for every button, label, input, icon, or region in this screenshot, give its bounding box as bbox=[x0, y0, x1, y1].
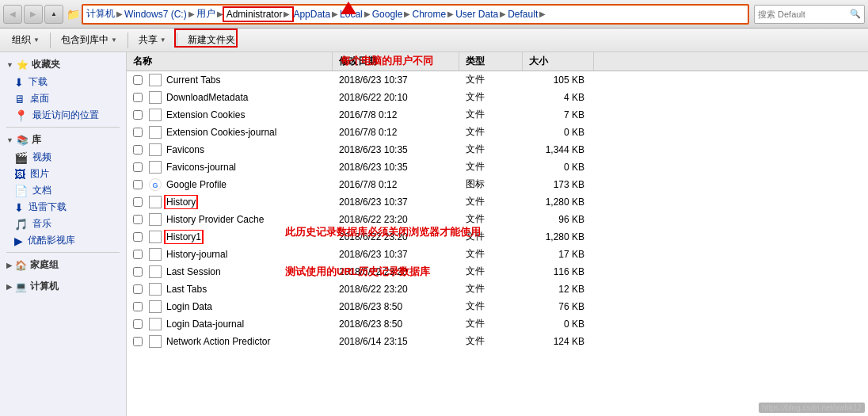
sidebar-section-homegroup: ▶ 🏠 家庭组 bbox=[0, 256, 126, 274]
video-icon: 🎬 bbox=[14, 151, 28, 164]
sidebar-section-favorites: ▼ ⭐ 收藏夹 ⬇ 下载 🖥 桌面 📍 最近访问的位置 bbox=[0, 55, 126, 124]
table-row[interactable]: History2018/6/23 10:37文件1,280 KB bbox=[127, 193, 868, 211]
favorites-header[interactable]: ▼ ⭐ 收藏夹 bbox=[0, 55, 126, 74]
file-icon bbox=[149, 300, 162, 313]
file-list-area: 名称 修改日期 类型 大小 Current Tabs2018/6/23 10:3… bbox=[127, 52, 868, 416]
breadcrumb-userdata[interactable]: User Data ▶ bbox=[455, 9, 506, 20]
column-size[interactable]: 大小 bbox=[523, 52, 594, 71]
sidebar-item-thunder[interactable]: ⬇ 迅雷下载 bbox=[0, 199, 126, 216]
sidebar-divider-1 bbox=[6, 127, 120, 128]
file-list-header: 名称 修改日期 类型 大小 bbox=[127, 52, 868, 71]
column-type[interactable]: 类型 bbox=[459, 52, 523, 71]
breadcrumb-default[interactable]: Default ▶ bbox=[508, 9, 546, 20]
breadcrumb-google[interactable]: Google ▶ bbox=[372, 9, 411, 20]
file-icon bbox=[149, 161, 162, 174]
search-input[interactable] bbox=[758, 10, 850, 19]
back-button[interactable]: ◀ bbox=[3, 5, 22, 24]
documents-icon: 📄 bbox=[14, 185, 28, 197]
table-row[interactable]: History Provider Cache2018/6/22 23:20文件9… bbox=[127, 211, 868, 228]
homegroup-icon: 🏠 bbox=[15, 260, 27, 271]
music-icon: 🎵 bbox=[14, 218, 28, 231]
table-row[interactable]: History-journal2018/6/23 10:37文件17 KB bbox=[127, 246, 868, 263]
file-icon bbox=[149, 335, 162, 348]
include-library-button[interactable]: 包含到库中 ▼ bbox=[55, 31, 123, 49]
sidebar-item-desktop[interactable]: 🖥 桌面 bbox=[0, 90, 126, 107]
file-icon bbox=[149, 318, 162, 330]
organize-dropdown-arrow: ▼ bbox=[33, 36, 40, 44]
library-header[interactable]: ▼ 📚 库 bbox=[0, 131, 126, 149]
folder-icon: 📁 bbox=[67, 8, 80, 21]
share-button[interactable]: 共享 ▼ bbox=[133, 31, 172, 49]
up-button[interactable]: ▲ bbox=[44, 5, 63, 24]
table-row[interactable]: Last Session2018/6/22 23:20文件116 KB bbox=[127, 263, 868, 281]
library-icon: 📚 bbox=[17, 135, 29, 146]
new-folder-button[interactable]: 新建文件夹 bbox=[182, 31, 241, 49]
toolbar-separator-3 bbox=[177, 32, 177, 48]
file-icon bbox=[149, 283, 162, 296]
table-row[interactable]: Network Action Predictor2018/6/14 23:15文… bbox=[127, 333, 868, 350]
youku-icon: ▶ bbox=[14, 235, 23, 247]
sidebar-item-recent[interactable]: 📍 最近访问的位置 bbox=[0, 107, 126, 124]
file-icon bbox=[149, 109, 162, 121]
sidebar-item-youku[interactable]: ▶ 优酷影视库 bbox=[0, 232, 126, 249]
address-bar[interactable]: 计算机 ▶ Windows7 (C:) ▶ 用户 ▶ Administrator… bbox=[82, 4, 749, 25]
sidebar-item-pictures[interactable]: 🖼 图片 bbox=[0, 166, 126, 182]
computer-icon: 💻 bbox=[15, 281, 27, 292]
main-area: ▼ ⭐ 收藏夹 ⬇ 下载 🖥 桌面 📍 最近访问的位置 bbox=[0, 52, 868, 416]
table-row[interactable]: Login Data2018/6/23 8:50文件76 KB bbox=[127, 298, 868, 315]
toolbar-separator-1 bbox=[50, 32, 51, 48]
file-icon bbox=[149, 126, 162, 139]
thunder-icon: ⬇ bbox=[14, 201, 24, 214]
forward-button[interactable]: ▶ bbox=[24, 5, 43, 24]
file-icon bbox=[149, 143, 162, 156]
breadcrumb-windows7[interactable]: Windows7 (C:) ▶ bbox=[124, 9, 195, 20]
recent-icon: 📍 bbox=[14, 109, 28, 122]
include-library-dropdown-arrow: ▼ bbox=[111, 36, 117, 44]
breadcrumb-computer[interactable]: 计算机 ▶ bbox=[86, 7, 123, 21]
file-icon bbox=[149, 248, 162, 261]
sidebar-item-music[interactable]: 🎵 音乐 bbox=[0, 216, 126, 232]
toolbar-separator-2 bbox=[128, 32, 128, 48]
file-icon bbox=[149, 213, 162, 226]
table-row[interactable]: Extension Cookies-journal2016/7/8 0:12文件… bbox=[127, 124, 868, 141]
file-icon: G bbox=[149, 178, 162, 191]
table-row[interactable]: Last Tabs2018/6/22 23:20文件12 KB bbox=[127, 281, 868, 298]
sidebar-section-computer: ▶ 💻 计算机 bbox=[0, 277, 126, 296]
breadcrumb-administrator[interactable]: Administrator ▶ bbox=[225, 9, 292, 20]
breadcrumb-local[interactable]: Local ▶ bbox=[340, 9, 371, 20]
file-icon bbox=[149, 196, 162, 208]
file-icon bbox=[149, 265, 162, 278]
toolbar: 组织 ▼ 包含到库中 ▼ 共享 ▼ 新建文件夹 bbox=[0, 29, 868, 52]
column-name[interactable]: 名称 bbox=[127, 52, 333, 71]
column-date[interactable]: 修改日期 bbox=[333, 52, 459, 71]
file-rows-container: Current Tabs2018/6/23 10:37文件105 KBDownl… bbox=[127, 71, 868, 350]
sidebar-section-library: ▼ 📚 库 🎬 视频 🖼 图片 📄 文档 ⬇ 迅 bbox=[0, 131, 126, 249]
table-row[interactable]: DownloadMetadata2018/6/22 20:10文件4 KB bbox=[127, 89, 868, 106]
table-row[interactable]: Favicons2018/6/23 10:35文件1,344 KB bbox=[127, 141, 868, 158]
file-icon bbox=[149, 91, 162, 104]
sidebar-item-download[interactable]: ⬇ 下载 bbox=[0, 74, 126, 90]
table-row[interactable]: Login Data-journal2018/6/23 8:50文件0 KB bbox=[127, 315, 868, 333]
desktop-icon: 🖥 bbox=[14, 93, 25, 105]
sidebar: ▼ ⭐ 收藏夹 ⬇ 下载 🖥 桌面 📍 最近访问的位置 bbox=[0, 52, 127, 416]
organize-button[interactable]: 组织 ▼ bbox=[6, 31, 45, 49]
file-icon bbox=[149, 74, 162, 86]
computer-header[interactable]: ▶ 💻 计算机 bbox=[0, 277, 126, 296]
search-icon: 🔍 bbox=[850, 9, 861, 19]
table-row[interactable]: Favicons-journal2018/6/23 10:35文件0 KB bbox=[127, 158, 868, 176]
pictures-icon: 🖼 bbox=[14, 168, 25, 181]
breadcrumb-chrome[interactable]: Chrome ▶ bbox=[412, 9, 454, 20]
breadcrumb-users[interactable]: 用户 ▶ bbox=[196, 7, 223, 21]
table-row[interactable]: Extension Cookies2016/7/8 0:12文件7 KB bbox=[127, 106, 868, 124]
download-icon: ⬇ bbox=[14, 76, 24, 89]
sidebar-item-documents[interactable]: 📄 文档 bbox=[0, 182, 126, 199]
table-row[interactable]: History12018/6/22 23:20文件1,280 KB bbox=[127, 228, 868, 246]
sidebar-item-video[interactable]: 🎬 视频 bbox=[0, 149, 126, 166]
favorites-icon: ⭐ bbox=[17, 59, 29, 71]
table-row[interactable]: GGoogle Profile2016/7/8 0:12图标173 KB bbox=[127, 176, 868, 193]
table-row[interactable]: Current Tabs2018/6/23 10:37文件105 KB bbox=[127, 71, 868, 89]
breadcrumb-appdata[interactable]: AppData ▶ bbox=[293, 9, 338, 20]
sidebar-divider-2 bbox=[6, 252, 120, 253]
file-icon bbox=[149, 231, 162, 243]
homegroup-header[interactable]: ▶ 🏠 家庭组 bbox=[0, 256, 126, 274]
